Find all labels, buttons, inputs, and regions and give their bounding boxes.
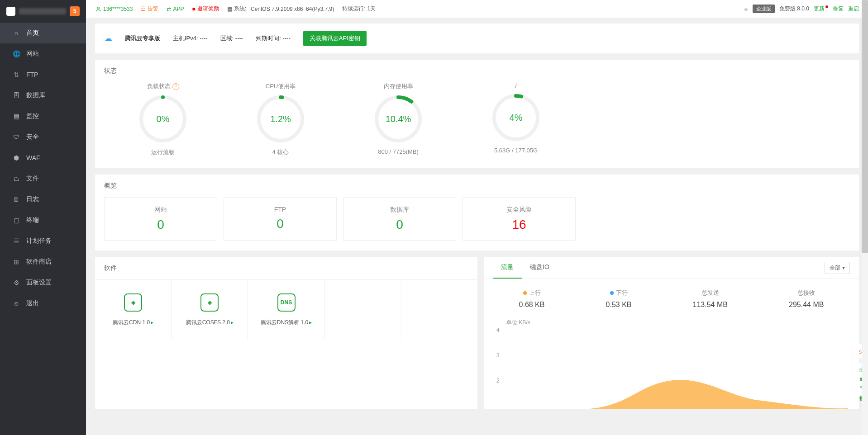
gauge-sub: 800 / 7725(MB) <box>348 148 448 155</box>
user-phone[interactable]: 136****3533 <box>95 6 133 12</box>
software-item-0[interactable]: ◈腾讯云CDN 1.0▸ <box>95 280 172 340</box>
software-icon: DNS <box>277 293 296 312</box>
notification-badge[interactable]: 5 <box>70 6 80 16</box>
sidebar-item-0[interactable]: ⌂首页 <box>0 23 86 43</box>
update-link[interactable]: 更新 <box>814 5 828 13</box>
software-icon: ◈ <box>200 293 219 312</box>
database-icon: 🗄 <box>13 92 20 99</box>
ftp-icon: ⇅ <box>13 71 20 78</box>
cloud-icon: ☁ <box>104 33 112 43</box>
sidebar-item-12[interactable]: ⚙面板设置 <box>0 272 86 293</box>
main: 136****3533 ☲ 告警 ⇄ APP ■ 邀请奖励 ▦ 系统: Cent… <box>86 0 868 435</box>
system-value: CentOS 7.9.2009 x86_64(Py3.7.9) <box>251 6 334 12</box>
invite-link[interactable]: ■ 邀请奖励 <box>192 5 219 13</box>
traffic-filter-text: 全部 <box>830 264 840 272</box>
gauge-sub: 4 核心 <box>231 148 330 156</box>
sidebar-item-label: 数据库 <box>26 91 45 99</box>
software-name: 腾讯云DNS解析 1.0▸ <box>250 319 322 326</box>
uptime-info: 持续运行: 1天 <box>342 5 376 13</box>
traffic-stat-value: 113.54 MB <box>693 301 728 309</box>
system-info: ▦ 系统: CentOS 7.9.2009 x86_64(Py3.7.9) <box>227 5 334 13</box>
traffic-tab-1[interactable]: 磁盘IO <box>522 257 558 279</box>
store-icon: ⊞ <box>13 258 20 265</box>
sidebar-item-3[interactable]: 🗄数据库 <box>0 85 86 106</box>
status-title: 状态 <box>95 60 859 75</box>
scrollbar[interactable] <box>862 0 868 435</box>
software-title: 软件 <box>95 257 477 272</box>
gauge-value: 10.4% <box>373 94 423 144</box>
play-icon: ▸ <box>151 319 153 326</box>
gauge-0[interactable]: 负载状态 ? 0% 运行流畅 <box>113 82 213 156</box>
overview-card-1[interactable]: FTP0 <box>224 197 337 241</box>
brand-name-blur <box>19 8 66 14</box>
traffic-tab-0[interactable]: 流量 <box>493 257 522 279</box>
sidebar-nav: ⌂首页🌐网站⇅FTP🗄数据库▤监控🛡安全⬢WAF🗀文件🗎日志▢终端☰计划任务⊞软… <box>0 23 86 314</box>
region-label: 区域: <box>220 35 234 42</box>
overview-card-3[interactable]: 安全风险16 <box>463 197 576 241</box>
traffic-filter-select[interactable]: 全部 ▾ <box>825 262 850 274</box>
gauge-sub: 5.63G / 177.05G <box>466 147 566 154</box>
gauge-3[interactable]: / 4% 5.63G / 177.05G <box>466 82 566 156</box>
expire-label: 到期时间: <box>256 35 281 42</box>
repair-link[interactable]: 修复 <box>833 5 844 13</box>
monitor-icon: ▤ <box>13 113 20 120</box>
traffic-chart: 单位:KB/s 432 <box>484 319 859 409</box>
restart-link[interactable]: 重启 <box>848 5 859 13</box>
edition-free: 免费版 8.0.0 <box>779 5 809 13</box>
overview-card-0[interactable]: 网站0 <box>104 197 217 241</box>
overview-label: 数据库 <box>343 206 456 214</box>
scrollbar-thumb[interactable] <box>862 0 868 253</box>
edition-enterprise[interactable]: 企业版 <box>753 5 775 13</box>
gauge-value: 4% <box>491 93 541 142</box>
sidebar-item-label: 文件 <box>26 175 39 183</box>
overview-card-2[interactable]: 数据库0 <box>343 197 456 241</box>
sidebar-item-label: 日志 <box>26 195 39 203</box>
sidebar-item-10[interactable]: ☰计划任务 <box>0 231 86 251</box>
link-api-button[interactable]: 关联腾讯云API密钥 <box>303 31 367 46</box>
software-item-2[interactable]: DNS腾讯云DNS解析 1.0▸ <box>248 280 324 340</box>
traffic-stat-3: 总接收295.44 MB <box>789 289 824 309</box>
svg-point-0 <box>97 7 100 9</box>
sidebar-item-label: 软件商店 <box>26 258 52 266</box>
y-tick: 3 <box>496 352 500 359</box>
gauge-title: / <box>466 82 566 89</box>
sidebar-item-7[interactable]: 🗀文件 <box>0 168 86 189</box>
traffic-stat-value: 0.53 KB <box>606 301 632 309</box>
sidebar-item-5[interactable]: 🛡安全 <box>0 127 86 147</box>
gauge-2[interactable]: 内存使用率 10.4% 800 / 7725(MB) <box>348 82 448 156</box>
expire-value: ---- <box>282 35 290 42</box>
system-label: 系统: <box>234 5 246 13</box>
sidebar-item-1[interactable]: 🌐网站 <box>0 43 86 64</box>
app-link[interactable]: ⇄ APP <box>167 6 184 12</box>
software-item-empty <box>401 280 477 340</box>
traffic-stat-value: 295.44 MB <box>789 301 824 309</box>
sidebar-item-11[interactable]: ⊞软件商店 <box>0 251 86 272</box>
user-icon <box>95 6 101 12</box>
update-dot-icon <box>825 5 828 8</box>
sidebar-item-9[interactable]: ▢终端 <box>0 210 86 231</box>
alert-link[interactable]: ☲ 告警 <box>141 5 158 13</box>
overview-label: 安全风险 <box>463 206 575 214</box>
gauge-title: CPU使用率 <box>231 82 330 90</box>
gauge-1[interactable]: CPU使用率 1.2% 4 核心 <box>231 82 330 156</box>
overview-number: 0 <box>224 217 336 231</box>
software-name: 腾讯云CDN 1.0▸ <box>97 319 169 326</box>
cloud-title: 腾讯云专享版 <box>125 34 160 43</box>
software-item-1[interactable]: ◈腾讯云COSFS 2.0▸ <box>172 280 248 340</box>
y-tick: 4 <box>496 327 500 333</box>
alert-text: 告警 <box>148 5 158 13</box>
grid-icon: ▦ <box>227 6 232 12</box>
traffic-panel: 流量磁盘IO 全部 ▾ 上行0.68 KB下行0.53 KB总发送113.54 … <box>484 257 859 409</box>
help-icon[interactable]: ? <box>172 83 179 90</box>
sidebar-item-2[interactable]: ⇅FTP <box>0 64 86 85</box>
app-text: APP <box>173 6 184 12</box>
home-icon: ⌂ <box>13 29 20 37</box>
sidebar-item-6[interactable]: ⬢WAF <box>0 147 86 168</box>
user-phone-text: 136****3533 <box>103 6 133 12</box>
sidebar-item-4[interactable]: ▤监控 <box>0 106 86 127</box>
sidebar-item-13[interactable]: ⎋退出 <box>0 293 86 314</box>
sidebar-item-8[interactable]: 🗎日志 <box>0 189 86 210</box>
software-name: 腾讯云COSFS 2.0▸ <box>173 319 246 326</box>
gauge-title: 内存使用率 <box>348 82 448 90</box>
traffic-stat-2: 总发送113.54 MB <box>693 289 728 309</box>
